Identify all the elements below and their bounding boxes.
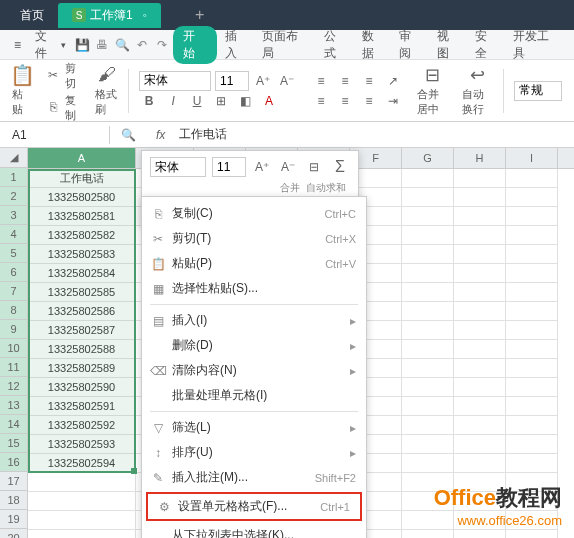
cell[interactable]: 13325802582 — [28, 226, 136, 245]
paste-icon[interactable]: 📋 — [12, 65, 32, 85]
cell[interactable]: 13325802592 — [28, 416, 136, 435]
context-menu-item[interactable]: ↕排序(U)▸ — [142, 440, 366, 465]
italic-button[interactable]: I — [163, 91, 183, 111]
preview-icon[interactable]: 🔍 — [113, 36, 131, 54]
cell[interactable]: 13325802581 — [28, 207, 136, 226]
cell[interactable] — [402, 302, 454, 321]
select-all-corner[interactable]: ◢ — [0, 148, 27, 168]
cell[interactable] — [454, 264, 506, 283]
row-header[interactable]: 20 — [0, 529, 27, 538]
mini-increase-font-icon[interactable]: A⁺ — [252, 157, 272, 177]
row-header[interactable]: 6 — [0, 263, 27, 282]
font-color-icon[interactable]: A — [259, 91, 279, 111]
cell[interactable] — [506, 169, 558, 188]
cell[interactable] — [402, 378, 454, 397]
cell[interactable] — [402, 207, 454, 226]
orientation-icon[interactable]: ↗ — [383, 71, 403, 91]
cell[interactable] — [28, 511, 136, 530]
save-icon[interactable]: 💾 — [74, 36, 92, 54]
cell[interactable] — [454, 454, 506, 473]
cell[interactable] — [454, 302, 506, 321]
cell[interactable] — [454, 226, 506, 245]
context-menu-item[interactable]: ⌫清除内容(N)▸ — [142, 358, 366, 383]
context-menu-item[interactable]: ⚙设置单元格格式(F)...Ctrl+1 — [148, 494, 360, 519]
cell[interactable] — [454, 359, 506, 378]
context-menu-item[interactable]: ▤插入(I)▸ — [142, 308, 366, 333]
align-middle-icon[interactable]: ≡ — [335, 71, 355, 91]
cell[interactable] — [402, 454, 454, 473]
cell[interactable] — [506, 416, 558, 435]
context-menu-item[interactable]: ✎插入批注(M)...Shift+F2 — [142, 465, 366, 490]
cell[interactable] — [28, 492, 136, 511]
cell[interactable] — [402, 530, 454, 538]
cell[interactable] — [28, 473, 136, 492]
context-menu-item[interactable]: ✂剪切(T)Ctrl+X — [142, 226, 366, 251]
row-header[interactable]: 3 — [0, 206, 27, 225]
context-menu-item[interactable]: 📋粘贴(P)Ctrl+V — [142, 251, 366, 276]
menu-formula[interactable]: 公式 — [318, 26, 354, 64]
align-right-icon[interactable]: ≡ — [359, 91, 379, 111]
indent-icon[interactable]: ⇥ — [383, 91, 403, 111]
menu-view[interactable]: 视图 — [431, 26, 467, 64]
col-header-H[interactable]: H — [454, 148, 506, 168]
formula-value[interactable]: 工作电话 — [175, 124, 231, 145]
cell[interactable] — [402, 188, 454, 207]
row-header[interactable]: 19 — [0, 510, 27, 529]
mini-sum-icon[interactable]: Σ — [330, 157, 350, 177]
cell[interactable] — [402, 245, 454, 264]
cell[interactable] — [506, 359, 558, 378]
cell[interactable] — [402, 435, 454, 454]
border-icon[interactable]: ⊞ — [211, 91, 231, 111]
cell[interactable] — [402, 264, 454, 283]
cell[interactable] — [506, 302, 558, 321]
cell[interactable] — [402, 340, 454, 359]
cell[interactable] — [402, 283, 454, 302]
cell[interactable] — [454, 397, 506, 416]
cell[interactable]: 13325802585 — [28, 283, 136, 302]
cell[interactable] — [454, 378, 506, 397]
tab-workbook[interactable]: S 工作簿1 ◦ — [58, 3, 161, 28]
cell[interactable] — [506, 226, 558, 245]
row-header[interactable]: 18 — [0, 491, 27, 510]
context-menu-item[interactable]: 删除(D)▸ — [142, 333, 366, 358]
row-header[interactable]: 17 — [0, 472, 27, 491]
cell[interactable] — [402, 397, 454, 416]
context-menu-item[interactable]: ▦选择性粘贴(S)... — [142, 276, 366, 301]
menu-security[interactable]: 安全 — [469, 26, 505, 64]
cell[interactable] — [506, 245, 558, 264]
cell[interactable] — [506, 321, 558, 340]
align-left-icon[interactable]: ≡ — [311, 91, 331, 111]
cell[interactable] — [454, 321, 506, 340]
align-top-icon[interactable]: ≡ — [311, 71, 331, 91]
number-format-select[interactable] — [514, 81, 562, 101]
font-name-select[interactable] — [139, 71, 211, 91]
menu-dev[interactable]: 开发工具 — [507, 26, 567, 64]
underline-button[interactable]: U — [187, 91, 207, 111]
format-painter-icon[interactable]: 🖌 — [97, 65, 117, 85]
wrap-icon[interactable]: ↩ — [468, 65, 488, 85]
row-header[interactable]: 4 — [0, 225, 27, 244]
increase-font-icon[interactable]: A⁺ — [253, 71, 273, 91]
tab-menu-icon[interactable]: ◦ — [143, 8, 147, 22]
cell[interactable] — [506, 264, 558, 283]
cell[interactable] — [454, 340, 506, 359]
menu-start[interactable]: 开始 — [173, 26, 217, 64]
redo-icon[interactable]: ↷ — [153, 36, 171, 54]
col-header-I[interactable]: I — [506, 148, 558, 168]
cell[interactable]: 13325802587 — [28, 321, 136, 340]
cell[interactable]: 13325802584 — [28, 264, 136, 283]
cell[interactable]: 13325802588 — [28, 340, 136, 359]
cell[interactable] — [454, 435, 506, 454]
context-menu-item[interactable]: ▽筛选(L)▸ — [142, 415, 366, 440]
context-menu-item[interactable]: 从下拉列表中选择(K)... — [142, 523, 366, 538]
mini-font-size[interactable] — [212, 157, 246, 177]
cell[interactable] — [454, 283, 506, 302]
cell[interactable] — [506, 340, 558, 359]
cell[interactable] — [454, 169, 506, 188]
context-menu-item[interactable]: 批量处理单元格(I) — [142, 383, 366, 408]
tab-home[interactable]: 首页 — [6, 3, 58, 28]
cell[interactable] — [454, 416, 506, 435]
cell[interactable]: 13325802589 — [28, 359, 136, 378]
cell[interactable] — [454, 207, 506, 226]
cell[interactable] — [506, 454, 558, 473]
